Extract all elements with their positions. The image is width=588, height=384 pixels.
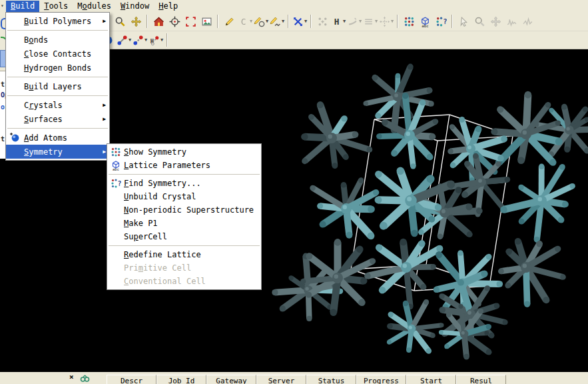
zoom-tool-button[interactable] <box>112 14 128 29</box>
svg-text:?: ? <box>117 180 121 187</box>
dropdown-arrow-icon[interactable]: ▼ <box>304 19 307 24</box>
menubar-item-window[interactable]: Window <box>116 1 154 12</box>
menu-item-label: Symmetry <box>24 147 63 157</box>
menu-item-surfaces[interactable]: Surfaces▶ <box>6 112 109 126</box>
job-column-header-resul[interactable]: Resul <box>456 375 506 384</box>
job-column-header-progress[interactable]: Progress <box>356 375 406 384</box>
render-options-button[interactable] <box>198 14 214 29</box>
menu-item-label: Non-periodic Superstructure <box>124 205 254 215</box>
svg-text:?: ? <box>443 17 447 26</box>
sketch-fragment-button[interactable]: ▼ <box>269 14 285 29</box>
menu-item-unbuild-crystal[interactable]: Unbuild Crystal <box>107 190 261 203</box>
job-table-header-row: DescrJob IdGatewayServerStatusProgressSt… <box>107 375 506 384</box>
find-symmetry-icon: ? <box>109 177 122 189</box>
svg-text:abc: abc <box>422 23 429 27</box>
menubar-item-tools[interactable]: Tools <box>39 1 73 12</box>
menu-item-redefine-lattice[interactable]: Redefine Lattice <box>107 248 261 261</box>
job-column-header-status[interactable]: Status <box>306 375 356 384</box>
menu-item-label: Primitive Cell <box>124 263 191 273</box>
bond-partial-tool-button[interactable]: ▼ <box>132 33 148 47</box>
dropdown-arrow-icon[interactable]: ▼ <box>160 37 163 43</box>
menu-item-hydrogen-bonds[interactable]: Hydrogen Bonds <box>6 61 109 75</box>
menubar-item-build[interactable]: Build <box>6 1 39 12</box>
menu-item-primitive-cell[interactable]: Primitive Cell <box>107 261 261 275</box>
toolbar-chevron-icon[interactable]: ▾ <box>1 3 4 9</box>
dropdown-arrow-icon[interactable]: ▼ <box>375 19 378 24</box>
alignment-tool-button[interactable]: ▼ <box>362 14 378 29</box>
svg-text:C: C <box>241 17 246 27</box>
fit-view-button[interactable] <box>182 14 198 29</box>
menu-item-label: Build Layers <box>24 82 82 91</box>
menu-bar: ▾ BuildToolsModulesWindowHelp <box>0 0 588 12</box>
job-column-header-server[interactable]: Server <box>256 375 306 384</box>
clean-tool-button[interactable]: ▼ <box>346 14 362 29</box>
job-column-header-gateway[interactable]: Gateway <box>206 375 256 384</box>
menubar-item-help[interactable]: Help <box>154 1 182 12</box>
menu-item-build-polymers[interactable]: Build Polymers▶ <box>6 14 109 28</box>
rebond-tool-button[interactable]: ▼ <box>292 14 308 29</box>
menu-item-find-symmetry[interactable]: ?Find Symmetry... <box>107 177 261 190</box>
view-onto-button[interactable] <box>166 14 182 29</box>
recalculate-tool-button[interactable] <box>314 14 330 29</box>
movement-tool-button[interactable]: ▼ <box>378 14 394 29</box>
menu-item-label: Find Symmetry... <box>124 179 201 188</box>
job-column-header-descr[interactable]: Descr <box>107 375 156 384</box>
menu-item-lattice-parameters[interactable]: abcLattice Parameters <box>107 159 261 172</box>
menu-item-make-p1[interactable]: Make P1 <box>107 217 261 230</box>
menu-item-conventional-cell[interactable]: Conventional Cell <box>107 275 261 288</box>
job-column-header-start[interactable]: Start <box>406 375 456 384</box>
menu-item-label: Conventional Cell <box>124 277 206 286</box>
element-picker-button[interactable]: C▼ <box>237 14 253 29</box>
dropdown-arrow-icon[interactable]: ▼ <box>266 19 268 24</box>
menu-item-close-contacts[interactable]: Close Contacts <box>6 47 109 61</box>
close-icon[interactable]: × <box>69 374 74 381</box>
menu-item-crystals[interactable]: Crystals▶ <box>6 98 109 112</box>
menu-item-label: Make P1 <box>124 219 158 228</box>
dropdown-arrow-icon[interactable]: ▼ <box>343 19 346 24</box>
lattice-parameters-tool-button[interactable]: abc <box>417 14 433 29</box>
zoom-mode-button[interactable] <box>471 14 487 29</box>
menu-item-non-periodic-superstructure[interactable]: Non-periodic Superstructure <box>107 203 261 217</box>
dropdown-arrow-icon[interactable]: ▼ <box>250 19 252 24</box>
reset-view-button[interactable] <box>150 14 166 29</box>
sketch-ring-button[interactable]: ▼ <box>253 14 269 29</box>
menu-item-add-atoms[interactable]: Add Atoms <box>6 131 109 145</box>
menu-item-label: Redefine Lattice <box>124 250 201 259</box>
spectrum-tool-button[interactable] <box>503 14 519 29</box>
menu-item-show-symmetry[interactable]: Show Symmetry <box>107 145 261 159</box>
sketch-atom-button[interactable] <box>221 14 237 29</box>
menu-item-label: SuperCell <box>124 232 167 241</box>
clipped-text-fragment: t <box>1 81 5 88</box>
symmetry-submenu: Show SymmetryabcLattice Parameters?Find … <box>107 143 262 290</box>
menu-item-label: Unbuild Crystal <box>124 192 196 201</box>
dropdown-arrow-icon[interactable]: ▼ <box>129 37 131 43</box>
menu-item-supercell[interactable]: SuperCell <box>107 230 261 243</box>
bond-single-tool-button[interactable]: ▼ <box>116 33 132 47</box>
job-explorer-bar: × DescrJob IdGatewayServerStatusProgress… <box>0 372 588 384</box>
menu-item-bonds[interactable]: Bonds <box>6 33 109 47</box>
menu-separator <box>109 174 260 175</box>
dropdown-arrow-icon[interactable]: ▼ <box>391 19 394 24</box>
hydrogen-bond-tool-button[interactable]: H▼ <box>148 33 164 47</box>
dropdown-arrow-icon[interactable]: ▼ <box>282 19 284 24</box>
selection-mode-button[interactable] <box>455 14 471 29</box>
toolbar-separator <box>147 15 148 28</box>
menu-item-symmetry[interactable]: Symmetry▶ <box>6 145 109 159</box>
dropdown-arrow-icon[interactable]: ▼ <box>359 19 362 24</box>
toolbar-separator <box>288 15 289 28</box>
pan-mode-button[interactable] <box>487 14 503 29</box>
spectrum-tool-2-button[interactable] <box>519 14 535 29</box>
menubar-item-modules[interactable]: Modules <box>73 1 116 12</box>
menu-item-label: Add Atoms <box>24 133 67 143</box>
job-column-header-job-id[interactable]: Job Id <box>156 375 206 384</box>
adjust-hydrogen-button[interactable]: H▼ <box>330 14 346 29</box>
find-symmetry-tool-button[interactable]: ? <box>433 14 449 29</box>
menu-item-build-layers[interactable]: Build Layers <box>6 79 109 93</box>
pan-tool-button[interactable] <box>128 14 144 29</box>
dropdown-arrow-icon[interactable]: ▼ <box>145 37 147 43</box>
menu-separator <box>7 30 108 31</box>
add-atoms-icon <box>8 131 21 143</box>
menu-item-label: Hydrogen Bonds <box>24 63 91 73</box>
show-symmetry-tool-button[interactable] <box>401 14 417 29</box>
toolbar-separator <box>217 15 218 28</box>
